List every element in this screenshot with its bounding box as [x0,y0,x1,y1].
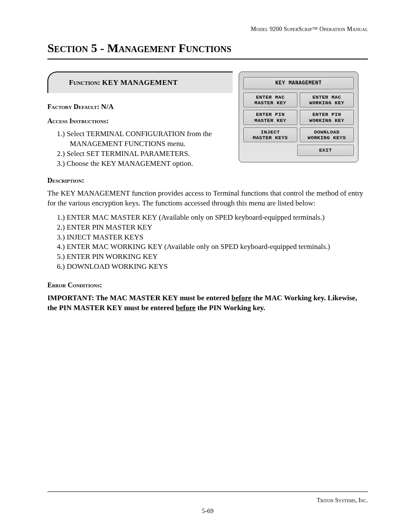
content-row: Function: KEY MANAGEMENT Factory Default… [47,72,368,171]
footer-company: Triton Systems, Inc. [47,497,368,504]
function-name: KEY MANAGEMENT [102,78,178,87]
access-steps-list: 1.) Select TERMINAL CONFIGURATION from t… [47,129,233,169]
download-working-keys-button[interactable]: DOWNLOAD WORKING KEYS [300,128,354,142]
running-header: Model 9200 SuperScrip™ Operation Manual [47,26,368,33]
important-note: IMPORTANT: The MAC MASTER KEY must be en… [47,293,368,313]
description-text: The KEY MANAGEMENT function provides acc… [47,189,368,208]
desc-item-3: 3.) INJECT MASTER KEYS [57,233,368,243]
desc-item-5: 5.) ENTER PIN WORKING KEY [57,252,368,262]
access-step-1a: 1.) Select TERMINAL CONFIGURATION from t… [57,129,233,139]
access-instructions-label: Access Instructions: [47,117,233,125]
screen-button-grid: ENTER MAC MASTER KEY ENTER MAC WORKING K… [243,93,354,142]
factory-default-row: Factory Default: N/A [47,103,233,111]
desc-item-6: 6.) DOWNLOAD WORKING KEYS [57,262,368,272]
description-label: Description: [47,177,368,184]
enter-mac-working-key-button[interactable]: ENTER MAC WORKING KEY [300,93,354,107]
desc-item-2: 2.) ENTER PIN MASTER KEY [57,223,368,233]
error-conditions-label: Error Conditions: [47,281,368,289]
right-column: KEY MANAGEMENT ENTER MAC MASTER KEY ENTE… [239,72,368,162]
enter-pin-master-key-button[interactable]: ENTER PIN MASTER KEY [243,110,297,124]
enter-pin-working-key-button[interactable]: ENTER PIN WORKING KEY [300,110,354,124]
desc-item-1: 1.) ENTER MAC MASTER KEY (Available only… [57,213,368,223]
footer-page-number: 5-69 [47,507,368,515]
desc-item-4: 4.) ENTER MAC WORKING KEY (Available onl… [57,242,368,252]
factory-default-label: Factory Default: [47,103,101,110]
important-underline-2: before [176,304,196,312]
error-conditions-section: Error Conditions: IMPORTANT: The MAC MAS… [47,281,368,313]
enter-mac-master-key-button[interactable]: ENTER MAC MASTER KEY [243,93,297,107]
exit-row: EXIT [243,145,354,156]
important-pre: IMPORTANT: The MAC MASTER KEY must be en… [47,294,231,302]
access-step-3: 3.) Choose the KEY MANAGEMENT option. [57,159,233,169]
left-column: Function: KEY MANAGEMENT Factory Default… [47,72,233,171]
function-label: Function: [69,78,102,87]
page-footer: Triton Systems, Inc. 5-69 [47,492,368,515]
terminal-screen: KEY MANAGEMENT ENTER MAC MASTER KEY ENTE… [239,72,358,162]
section-title: Section 5 - Management Functions [47,41,368,59]
screen-title: KEY MANAGEMENT [243,77,354,89]
inject-master-keys-button[interactable]: INJECT MASTER KEYS [243,128,297,142]
description-section: Description: The KEY MANAGEMENT function… [47,177,368,272]
important-underline-1: before [231,294,251,302]
important-post: the PIN Working key. [196,304,265,312]
exit-button[interactable]: EXIT [297,145,354,156]
description-list: 1.) ENTER MAC MASTER KEY (Available only… [47,213,368,272]
function-box: Function: KEY MANAGEMENT [47,72,233,93]
access-step-1b: MANAGEMENT FUNCTIONS menu. [57,139,233,149]
page: Model 9200 SuperScrip™ Operation Manual … [0,0,411,532]
access-step-2: 2.) Select SET TERMINAL PARAMETERS. [57,149,233,159]
factory-default-value: N/A [101,103,114,111]
